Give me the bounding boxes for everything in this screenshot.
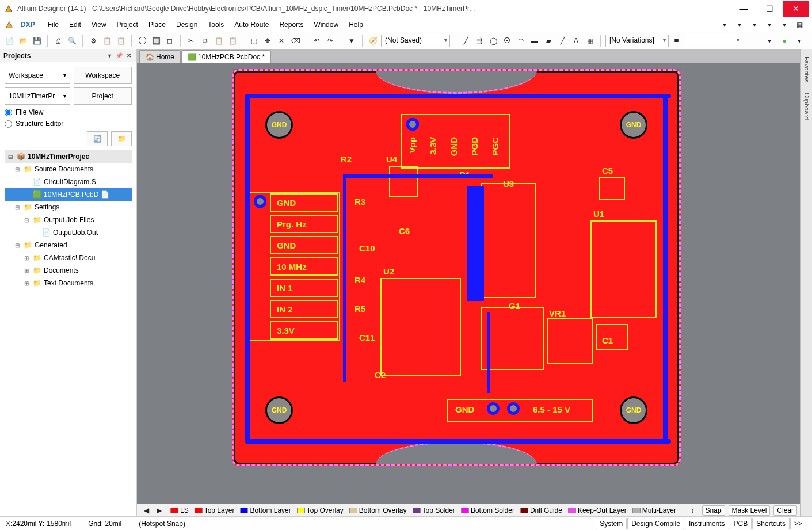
menu-place[interactable]: Place — [144, 19, 170, 30]
move-icon[interactable]: ✥ — [262, 35, 273, 47]
nav-back-icon[interactable]: ▾ — [764, 35, 775, 47]
new-icon[interactable]: 📄 — [3, 35, 15, 47]
menu-autoroute[interactable]: Auto Route — [230, 19, 273, 30]
status-btn-pcb[interactable]: PCB — [730, 518, 752, 529]
minimize-button[interactable]: — — [731, 1, 757, 17]
nav-add-icon[interactable]: ● — [779, 35, 790, 47]
layer-stack-icon[interactable]: ≣ — [671, 35, 683, 47]
status-btn-instruments[interactable]: Instruments — [685, 518, 729, 529]
clear-icon[interactable]: ⌫ — [289, 35, 301, 47]
rail-clipboard[interactable]: Clipboard — [802, 89, 811, 123]
compile-icon[interactable]: ⚙ — [87, 35, 99, 47]
menu-help[interactable]: Help — [344, 19, 368, 30]
zoom-fit-icon[interactable]: ⛶ — [136, 35, 148, 47]
route-diff-icon[interactable]: ⇶ — [474, 35, 485, 47]
status-btn--[interactable]: >> — [790, 518, 806, 529]
place-comp-icon[interactable]: ▦ — [584, 35, 596, 47]
mask-level-button[interactable]: Mask Level — [729, 505, 771, 516]
place-via-icon[interactable]: ⦿ — [501, 35, 513, 47]
workspace-combo[interactable]: Workspace — [5, 67, 70, 84]
close-button[interactable]: ✕ — [783, 1, 809, 17]
tree-schematic[interactable]: 📄CircuitDiagram.S — [5, 176, 132, 188]
tree-text-documents[interactable]: ⊞📁Text Documents — [5, 277, 132, 289]
menu-project[interactable]: Project — [112, 19, 143, 30]
toolbar-dropdown-4-icon[interactable]: ▾ — [764, 19, 775, 30]
refresh-icon[interactable]: 🔄 — [87, 131, 108, 146]
status-btn-system[interactable]: System — [596, 518, 627, 529]
toolbar-dropdown-1-icon[interactable]: ▾ — [719, 19, 730, 30]
layer-tab-top-layer[interactable]: Top Layer — [195, 506, 235, 514]
place-line-icon[interactable]: ╱ — [556, 35, 568, 47]
tree-output-job-folder[interactable]: ⊟📁Output Job Files — [5, 213, 132, 226]
toolbar-grid-icon[interactable]: ▦ — [794, 19, 805, 30]
view-config-combo[interactable]: (Not Saved) — [381, 35, 450, 47]
place-string-icon[interactable]: A — [570, 35, 582, 47]
file-view-radio[interactable]: File View — [5, 108, 132, 116]
redo-icon[interactable]: ↷ — [325, 35, 336, 47]
layer-tab-bottom-solder[interactable]: Bottom Solder — [461, 506, 514, 514]
place-fill-icon[interactable]: ▬ — [529, 35, 540, 47]
snap-button[interactable]: Snap — [702, 505, 725, 516]
paste-icon[interactable]: 📋 — [213, 35, 224, 47]
browse-icon[interactable]: 🧭 — [367, 35, 379, 47]
layer-tab-ls[interactable]: LS — [170, 506, 189, 514]
doc2-icon[interactable]: 📋 — [115, 35, 127, 47]
structure-editor-radio[interactable]: Structure Editor — [5, 120, 132, 128]
menu-design[interactable]: Design — [171, 19, 202, 30]
save-icon[interactable]: 💾 — [31, 35, 43, 47]
panel-close-icon[interactable]: ✕ — [125, 52, 133, 60]
variations-combo[interactable]: [No Variations] — [605, 35, 669, 47]
app-menu-icon[interactable] — [3, 19, 15, 30]
toolbar-dropdown-5-icon[interactable]: ▾ — [779, 19, 790, 30]
layer-tab-bottom-overlay[interactable]: Bottom Overlay — [349, 506, 407, 514]
layer-tab-multi-layer[interactable]: Multi-Layer — [632, 506, 676, 514]
place-arc-icon[interactable]: ◠ — [515, 35, 527, 47]
menu-dxp[interactable]: DXP — [16, 19, 40, 30]
doc1-icon[interactable]: 📋 — [101, 35, 113, 47]
layer-tab-keep-out-layer[interactable]: Keep-Out Layer — [568, 506, 627, 514]
project-button[interactable]: Project — [74, 87, 132, 105]
open-icon[interactable]: 📂 — [17, 35, 29, 47]
tree-settings[interactable]: ⊟📁Settings — [5, 201, 132, 213]
status-btn-shortcuts[interactable]: Shortcuts — [752, 518, 790, 529]
cut-icon[interactable]: ✂ — [185, 35, 197, 47]
panel-pin-icon[interactable]: 📌 — [115, 52, 123, 60]
print-icon[interactable]: 🖨 — [52, 35, 64, 47]
tree-pcb-doc[interactable]: 🟩10MHzPCB.PcbD📄 — [5, 188, 132, 201]
menu-file[interactable]: File — [43, 19, 63, 30]
place-poly-icon[interactable]: ▰ — [543, 35, 554, 47]
tab-pcb[interactable]: 🟩10MHzPCB.PcbDoc * — [181, 50, 271, 63]
layer-config-icon[interactable]: ↕ — [687, 505, 699, 516]
menu-tools[interactable]: Tools — [203, 19, 228, 30]
tab-home[interactable]: 🏠Home — [139, 50, 181, 63]
toolbar-dropdown-3-icon[interactable]: ▾ — [749, 19, 760, 30]
route-track-icon[interactable]: ╱ — [460, 35, 471, 47]
menu-window[interactable]: Window — [309, 19, 343, 30]
layer-combo[interactable] — [685, 35, 742, 47]
tree-source-documents[interactable]: ⊟📁Source Documents — [5, 163, 132, 176]
undo-icon[interactable]: ↶ — [311, 35, 322, 47]
zoom-area-icon[interactable]: 🔲 — [150, 35, 162, 47]
rail-favorites[interactable]: Favorites — [802, 53, 811, 86]
tree-options-icon[interactable]: 📁 — [111, 131, 132, 146]
layer-tab-top-solder[interactable]: Top Solder — [413, 506, 455, 514]
layer-next-icon[interactable]: ▶ — [153, 505, 165, 516]
menu-edit[interactable]: Edit — [64, 19, 86, 30]
preview-icon[interactable]: 🔍 — [66, 35, 78, 47]
layer-prev-icon[interactable]: ◀ — [140, 505, 152, 516]
nav-fwd-icon[interactable]: ▾ — [794, 35, 805, 47]
filter-icon[interactable]: ▼ — [346, 35, 357, 47]
tree-documents[interactable]: ⊞📁Documents — [5, 264, 132, 277]
status-btn-design-compile[interactable]: Design Compile — [627, 518, 684, 529]
tree-output-job-file[interactable]: 📄OutputJob.Out — [5, 226, 132, 239]
pcb-canvas[interactable]: GND GND GND GND GND Prg. Hz GND 10 MHz I… — [137, 63, 800, 504]
maximize-button[interactable]: ☐ — [757, 1, 783, 17]
layer-tab-bottom-layer[interactable]: Bottom Layer — [240, 506, 291, 514]
workspace-button[interactable]: Workspace — [74, 67, 132, 84]
copy-icon[interactable]: ⧉ — [199, 35, 211, 47]
tree-generated[interactable]: ⊟📁Generated — [5, 239, 132, 251]
tree-camtastic[interactable]: ⊞📁CAMtastic! Docu — [5, 251, 132, 264]
deselect-icon[interactable]: ✕ — [276, 35, 287, 47]
panel-dropdown-icon[interactable]: ▾ — [105, 52, 113, 60]
layer-tab-drill-guide[interactable]: Drill Guide — [520, 506, 562, 514]
